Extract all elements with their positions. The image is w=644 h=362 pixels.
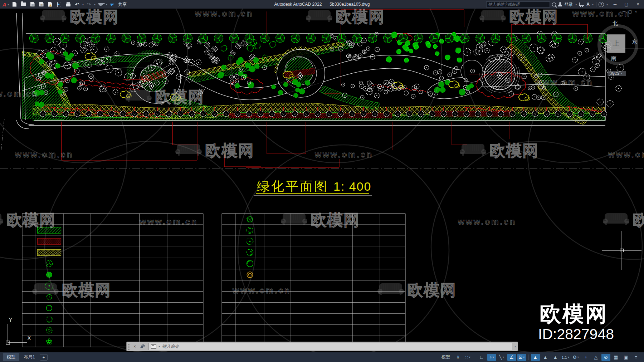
save-to-mobile-button[interactable]: [55, 1, 63, 8]
customize-icon[interactable]: ≡: [631, 354, 640, 361]
command-settings-wrench-icon[interactable]: [140, 344, 145, 349]
annotation-scale[interactable]: 1:1▾: [561, 354, 570, 361]
viewcube-north-label[interactable]: 北: [613, 20, 618, 27]
legend-symbol-yellow-groundcover-swatch: [38, 249, 61, 255]
dynamic-input-icon[interactable]: ▲: [541, 354, 550, 361]
site-watermark-logo: 欧模网 ID:2827948: [538, 302, 614, 342]
plan-title: 绿化平面图: [257, 179, 328, 194]
legend-symbol-spiral-canopy-tree: [247, 249, 253, 256]
save-as-button[interactable]: [37, 1, 45, 8]
share-icon: [110, 2, 115, 6]
wcs-dropdown[interactable]: WCS▾: [608, 71, 626, 76]
snap-tracking-icon[interactable]: ▲: [531, 354, 540, 361]
search-icon[interactable]: [552, 3, 556, 6]
lineweight-icon[interactable]: ▲: [551, 354, 560, 361]
viewcube-top-face[interactable]: 上: [607, 34, 625, 53]
redo-caret[interactable]: ▾: [94, 3, 96, 6]
svg-text:欧模网: 欧模网: [205, 142, 254, 159]
isolate-objects-icon[interactable]: △: [591, 354, 600, 361]
viewcube[interactable]: 北 东 南 上 WCS▾: [595, 18, 644, 82]
ortho-icon[interactable]: ∟: [477, 354, 486, 361]
batch-publish-caret[interactable]: ▾: [106, 3, 108, 6]
search-input[interactable]: [486, 1, 550, 8]
object-snap-icon[interactable]: ⊡▾: [517, 354, 526, 361]
tab-add-layout[interactable]: +: [40, 354, 48, 361]
doc-minimize-button[interactable]: ─: [623, 9, 625, 14]
autocad-logo-icon: A: [2, 1, 7, 8]
watermark-id: ID:2827948: [538, 326, 614, 342]
minimize-button[interactable]: ─: [610, 2, 620, 7]
command-window-icon[interactable]: [151, 344, 156, 349]
save-as-icon: [39, 2, 44, 6]
command-resize-icon[interactable]: ▴: [514, 345, 518, 348]
new-file-icon: [13, 2, 16, 7]
polar-tracking-icon[interactable]: ◔▾: [487, 354, 496, 361]
svg-text:欧模网: 欧模网: [489, 142, 539, 159]
hardware-accel-icon[interactable]: ⊘: [601, 354, 610, 361]
legend-symbol-spiky-shrub: [47, 316, 52, 322]
ucs-x-label: X: [27, 335, 31, 341]
snap-icon[interactable]: ∷▾: [464, 354, 473, 361]
legend-symbol-gear-tree: [47, 294, 52, 299]
svg-text:www.om.cn: www.om.cn: [232, 286, 291, 295]
workspace-switch-icon[interactable]: +: [581, 354, 590, 361]
close-button[interactable]: ×: [633, 2, 643, 7]
open-file-button[interactable]: [19, 1, 28, 8]
command-input[interactable]: ▾ 键入命令: [148, 343, 512, 350]
grid-icon[interactable]: #: [454, 354, 463, 361]
open-from-web-button[interactable]: [46, 1, 54, 8]
model-space-canvas[interactable]: 绿化平面图 1: 400 Y X 欧模网欧模网欧模网欧模网欧模网欧模网欧模网欧模…: [0, 0, 644, 362]
open-folder-icon: [21, 3, 26, 6]
share-button[interactable]: [108, 1, 117, 8]
document-window-controls: ─ ▢ ×: [623, 9, 637, 14]
model-space-label[interactable]: 模型: [439, 354, 453, 360]
autodesk-caret[interactable]: ▾: [592, 3, 594, 6]
login-label[interactable]: 登录: [564, 1, 573, 8]
tab-model[interactable]: 模型: [3, 353, 19, 361]
share-label[interactable]: 共享: [118, 1, 127, 8]
restore-button[interactable]: ▢: [622, 2, 631, 7]
app-store-cart-icon[interactable]: [579, 3, 584, 6]
viewcube-south-label[interactable]: 南: [611, 55, 616, 62]
doc-restore-button[interactable]: ▢: [628, 9, 632, 14]
command-bar-grip[interactable]: [128, 343, 131, 350]
isodraft-icon[interactable]: ╲▾: [497, 354, 506, 361]
svg-text:www.om.cn: www.om.cn: [195, 9, 253, 18]
svg-text:www.om.cn: www.om.cn: [15, 150, 73, 159]
account-caret[interactable]: ▾: [575, 3, 577, 6]
save-button[interactable]: [28, 1, 36, 8]
viewcube-east-label[interactable]: 东: [632, 39, 637, 45]
autodesk-a-icon[interactable]: A: [586, 2, 590, 7]
undo-button[interactable]: ↶: [73, 1, 81, 8]
undo-caret[interactable]: ▾: [82, 3, 84, 6]
graphics-perf-icon[interactable]: ▦: [611, 354, 620, 361]
osnap-angle-icon[interactable]: ∠: [507, 354, 516, 361]
tab-layout1[interactable]: 布局1: [20, 353, 39, 361]
svg-text:www.om.cn: www.om.cn: [608, 150, 644, 159]
app-menu-button[interactable]: A▾: [1, 1, 10, 8]
redo-button[interactable]: ↷: [85, 1, 93, 8]
help-icon[interactable]: ?: [599, 2, 604, 7]
batch-publish-button[interactable]: [97, 1, 105, 8]
doc-close-button[interactable]: ×: [635, 9, 637, 14]
help-caret[interactable]: ▾: [606, 3, 608, 6]
legend-tables: [22, 214, 405, 347]
clean-screen-icon[interactable]: ▣: [621, 354, 630, 361]
svg-text:欧模网: 欧模网: [633, 211, 644, 229]
annotation-visibility-icon[interactable]: ⚙▾: [571, 354, 580, 361]
command-caret[interactable]: ▾: [158, 345, 160, 348]
svg-text:欧模网: 欧模网: [336, 8, 385, 25]
new-file-button[interactable]: [10, 1, 19, 8]
svg-text:欧模网: 欧模网: [509, 8, 558, 25]
legend-symbol-red-groundcover-swatch: [38, 238, 61, 244]
user-icon[interactable]: [558, 2, 562, 6]
command-line-bar[interactable]: × ▾ 键入命令 ▴: [126, 342, 518, 351]
command-bar-close-icon[interactable]: ×: [131, 344, 138, 349]
legend-symbol-arc-canopy-tree: [247, 227, 253, 234]
ucs-icon: Y X: [6, 317, 31, 344]
legend-symbol-dotted-ring-tree: [247, 238, 253, 245]
svg-text:欧模网: 欧模网: [311, 211, 360, 229]
svg-text:欧模网: 欧模网: [6, 211, 56, 229]
plot-button[interactable]: [64, 1, 72, 8]
svg-text:欧模网: 欧模网: [407, 281, 457, 299]
